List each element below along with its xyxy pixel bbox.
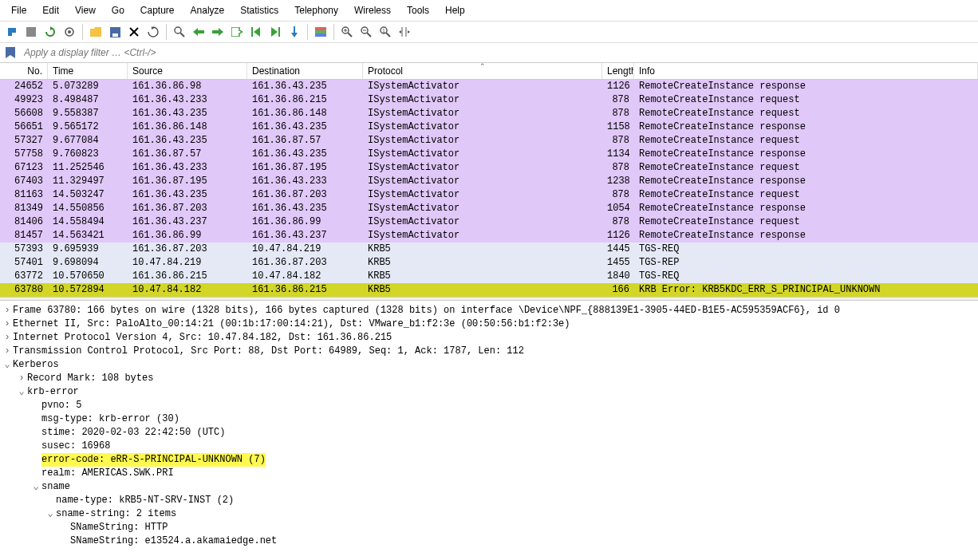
packet-row[interactable]: 8145714.563421161.36.86.99161.36.43.237I…: [0, 229, 978, 243]
detail-row[interactable]: ⌄krb-error: [2, 385, 976, 399]
expand-open-icon[interactable]: ⌄: [30, 480, 41, 494]
detail-row[interactable]: susec: 16968: [2, 440, 976, 453]
detail-row[interactable]: ⌄Kerberos: [2, 358, 976, 372]
packet-no: 67403: [0, 175, 48, 188]
packet-time: 9.677084: [48, 134, 128, 148]
packet-dst: 161.36.87.195: [247, 161, 363, 175]
auto-scroll-icon[interactable]: [286, 23, 303, 41]
detail-row[interactable]: realm: AMERICAS.SWK.PRI: [2, 467, 976, 480]
col-dest[interactable]: Destination: [247, 63, 363, 79]
menu-statistics[interactable]: Statistics: [234, 3, 285, 18]
detail-row[interactable]: ⌄sname: [2, 480, 976, 494]
packet-dst: 161.36.86.215: [247, 283, 363, 297]
packet-row[interactable]: 6712311.252546161.36.43.233161.36.87.195…: [0, 161, 978, 175]
packet-src: 10.47.84.182: [128, 283, 247, 297]
detail-row[interactable]: msg-type: krb-error (30): [2, 412, 976, 426]
menu-capture[interactable]: Capture: [134, 3, 181, 18]
capture-options-icon[interactable]: [61, 23, 78, 41]
packet-src: 161.36.87.57: [128, 148, 247, 161]
packet-row[interactable]: 566089.558387161.36.43.235161.36.86.148I…: [0, 107, 978, 120]
packet-row[interactable]: 6740311.329497161.36.87.195161.36.43.233…: [0, 175, 978, 188]
resize-columns-icon[interactable]: [396, 23, 413, 41]
find-packet-icon[interactable]: [171, 23, 188, 41]
packet-info: RemoteCreateInstance request: [634, 188, 978, 202]
menu-file[interactable]: File: [5, 3, 33, 18]
expand-closed-icon[interactable]: ›: [2, 304, 13, 317]
detail-row[interactable]: ›Ethernet II, Src: PaloAlto_00:14:21 (00…: [2, 317, 976, 331]
restart-capture-icon[interactable]: [41, 23, 59, 41]
col-no[interactable]: No.: [0, 63, 48, 79]
col-info[interactable]: Info: [634, 63, 978, 79]
col-source[interactable]: Source: [128, 63, 247, 79]
packet-row[interactable]: 8134914.550856161.36.87.203161.36.43.235…: [0, 202, 978, 215]
packet-details[interactable]: ›Frame 63780: 166 bytes on wire (1328 bi…: [0, 301, 978, 560]
expand-closed-icon[interactable]: ›: [16, 372, 27, 385]
packet-src: 161.36.86.148: [128, 120, 247, 134]
zoom-out-icon[interactable]: [357, 23, 375, 41]
packet-row[interactable]: 8116314.503247161.36.43.235161.36.87.203…: [0, 188, 978, 202]
start-capture-icon[interactable]: [3, 23, 21, 41]
detail-row[interactable]: ›Transmission Control Protocol, Src Port…: [2, 345, 976, 358]
packet-row[interactable]: 6377210.570650161.36.86.21510.47.84.182K…: [0, 270, 978, 283]
go-last-icon[interactable]: [266, 23, 284, 41]
zoom-reset-icon[interactable]: 1: [377, 23, 394, 41]
bookmark-filter-icon[interactable]: [3, 45, 18, 60]
expand-closed-icon[interactable]: ›: [2, 317, 13, 331]
col-length[interactable]: Length: [602, 63, 634, 79]
packet-dst: 10.47.84.182: [247, 270, 363, 283]
stop-capture-icon[interactable]: [22, 23, 40, 41]
packet-proto: ISystemActivator: [363, 202, 602, 215]
reload-icon[interactable]: [144, 23, 162, 41]
menu-view[interactable]: View: [69, 3, 102, 18]
packet-row[interactable]: 577589.760823161.36.87.57161.36.43.235IS…: [0, 148, 978, 161]
go-back-icon[interactable]: [190, 23, 207, 41]
packet-time: 14.503247: [48, 188, 128, 202]
expand-closed-icon[interactable]: ›: [2, 331, 13, 345]
packet-dst: 161.36.86.99: [247, 215, 363, 229]
menu-edit[interactable]: Edit: [36, 3, 65, 18]
go-to-packet-icon[interactable]: [228, 23, 246, 41]
go-first-icon[interactable]: [247, 23, 265, 41]
open-file-icon[interactable]: [87, 23, 105, 41]
packet-row[interactable]: 6378010.57289410.47.84.182161.36.86.215K…: [0, 283, 978, 297]
packet-info: TGS-REQ: [634, 243, 978, 256]
expand-open-icon[interactable]: ⌄: [16, 385, 27, 399]
packet-no: 56608: [0, 107, 48, 120]
go-forward-icon[interactable]: [209, 23, 227, 41]
expand-open-icon[interactable]: ⌄: [2, 358, 13, 372]
detail-text: susec: 16968: [41, 440, 110, 453]
detail-row[interactable]: stime: 2020-02-03 22:42:50 (UTC): [2, 426, 976, 440]
detail-row[interactable]: pvno: 5: [2, 399, 976, 412]
detail-row[interactable]: ›Internet Protocol Version 4, Src: 10.47…: [2, 331, 976, 345]
col-time[interactable]: Time: [48, 63, 128, 79]
packet-list[interactable]: 246525.073289161.36.86.98161.36.43.235IS…: [0, 80, 978, 297]
detail-row[interactable]: ›Frame 63780: 166 bytes on wire (1328 bi…: [2, 304, 976, 317]
close-file-icon[interactable]: [125, 23, 143, 41]
detail-row[interactable]: SNameString: e13524.a.akamaiedge.net: [2, 534, 976, 548]
menu-analyze[interactable]: Analyze: [184, 3, 231, 18]
menu-tools[interactable]: Tools: [400, 3, 436, 18]
col-protocol[interactable]: Protocol ⌃: [363, 63, 602, 79]
packet-row[interactable]: 573279.677084161.36.43.235161.36.87.57IS…: [0, 134, 978, 148]
display-filter-input[interactable]: [21, 45, 975, 61]
packet-row[interactable]: 8140614.558494161.36.43.237161.36.86.99I…: [0, 215, 978, 229]
menu-help[interactable]: Help: [439, 3, 471, 18]
packet-row[interactable]: 573939.695939161.36.87.20310.47.84.219KR…: [0, 243, 978, 256]
detail-row[interactable]: SNameString: HTTP: [2, 521, 976, 534]
menu-wireless[interactable]: Wireless: [348, 3, 397, 18]
expand-open-icon[interactable]: ⌄: [45, 507, 56, 521]
packet-row[interactable]: 499238.498487161.36.43.233161.36.86.215I…: [0, 93, 978, 107]
detail-row[interactable]: error-code: eRR-S-PRINCIPAL-UNKNOWN (7): [2, 453, 976, 467]
packet-row[interactable]: 566519.565172161.36.86.148161.36.43.235I…: [0, 120, 978, 134]
packet-row[interactable]: 574019.69809410.47.84.219161.36.87.203KR…: [0, 256, 978, 270]
save-file-icon[interactable]: [106, 23, 124, 41]
packet-row[interactable]: 246525.073289161.36.86.98161.36.43.235IS…: [0, 80, 978, 93]
zoom-in-icon[interactable]: [338, 23, 356, 41]
detail-row[interactable]: ⌄sname-string: 2 items: [2, 507, 976, 521]
colorize-icon[interactable]: [312, 23, 329, 41]
menu-telephony[interactable]: Telephony: [288, 3, 345, 18]
menu-go[interactable]: Go: [105, 3, 131, 18]
detail-row[interactable]: ›Record Mark: 108 bytes: [2, 372, 976, 385]
detail-row[interactable]: name-type: kRB5-NT-SRV-INST (2): [2, 494, 976, 507]
expand-closed-icon[interactable]: ›: [2, 345, 13, 358]
